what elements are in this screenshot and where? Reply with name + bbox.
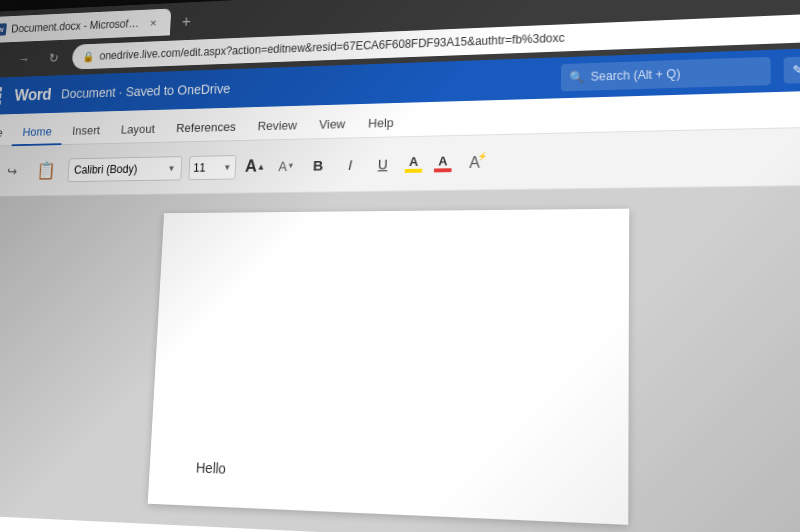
grid-dot (0, 94, 1, 99)
tab-favicon: W (0, 23, 7, 36)
screen: W Document.docx - Microsoft Word ✕ + ← →… (0, 0, 800, 532)
font-name-chevron: ▼ (167, 163, 175, 172)
font-color-bar (434, 168, 452, 172)
font-size-chevron: ▼ (223, 162, 232, 172)
font-color-button[interactable]: A (432, 154, 454, 173)
tab-title: Document.docx - Microsoft Word (11, 17, 142, 35)
tab-file[interactable]: File (0, 120, 13, 147)
more-formatting-button[interactable]: A⚡ (461, 149, 487, 175)
back-button[interactable]: ← (0, 48, 7, 73)
tab-help[interactable]: Help (356, 109, 405, 138)
highlight-letter: A (409, 154, 419, 169)
font-size-selector[interactable]: 11 ▼ (188, 155, 236, 180)
browser-container: W Document.docx - Microsoft Word ✕ + ← →… (0, 0, 791, 532)
tab-view[interactable]: View (307, 111, 357, 140)
search-icon: 🔍 (569, 70, 584, 84)
font-size-text: 11 (193, 161, 206, 174)
tab-review[interactable]: Review (246, 112, 308, 141)
active-tab[interactable]: W Document.docx - Microsoft Word ✕ (0, 9, 171, 44)
pencil-icon: ✎ (793, 63, 800, 78)
word-application: Word Document · Saved to OneDrive 🔍 Sear… (0, 46, 800, 532)
document-area: Hello (0, 185, 800, 532)
italic-button[interactable]: I (338, 152, 364, 177)
grid-dot (0, 100, 1, 105)
tab-bar: W Document.docx - Microsoft Word ✕ + (0, 2, 200, 43)
document-page[interactable]: Hello (148, 209, 630, 525)
highlight-color-bar (405, 169, 423, 173)
apps-grid-icon[interactable] (0, 83, 6, 108)
grid-dot (0, 87, 2, 92)
underline-button[interactable]: U (370, 151, 396, 177)
document-content: Hello (196, 460, 227, 477)
grow-font-button[interactable]: A▲ (243, 154, 268, 179)
search-placeholder: Search (Alt + Q) (591, 67, 681, 84)
highlight-button[interactable]: A (403, 154, 425, 173)
browser-window: W Document.docx - Microsoft Word ✕ + ← →… (0, 0, 800, 532)
font-color-letter: A (438, 154, 448, 169)
undo-group: ↩ ↪ (0, 158, 25, 184)
tab-close-button[interactable]: ✕ (146, 15, 161, 30)
shrink-font-button[interactable]: A▼ (274, 153, 299, 178)
bold-button[interactable]: B (306, 153, 331, 178)
